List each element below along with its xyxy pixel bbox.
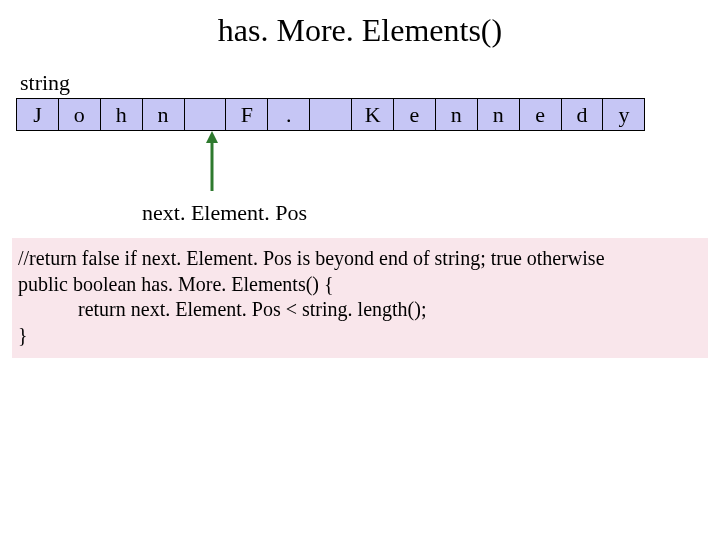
char-array: J o h n F . K e n n e d y bbox=[16, 98, 645, 131]
cell bbox=[184, 98, 227, 131]
svg-marker-1 bbox=[206, 131, 218, 143]
cell: n bbox=[477, 98, 520, 131]
page-title: has. More. Elements() bbox=[0, 0, 720, 57]
cell bbox=[309, 98, 352, 131]
string-label: string bbox=[20, 70, 70, 96]
cell: K bbox=[351, 98, 394, 131]
cell: . bbox=[267, 98, 310, 131]
code-block: //return false if next. Element. Pos is … bbox=[12, 238, 708, 358]
cell: h bbox=[100, 98, 143, 131]
cell: n bbox=[142, 98, 185, 131]
code-line: return next. Element. Pos < string. leng… bbox=[18, 297, 702, 323]
pointer-arrow-icon bbox=[200, 131, 224, 191]
cell: o bbox=[58, 98, 101, 131]
cell: d bbox=[561, 98, 604, 131]
next-element-pos-label: next. Element. Pos bbox=[142, 200, 307, 226]
cell: n bbox=[435, 98, 478, 131]
cell: F bbox=[225, 98, 268, 131]
cell: J bbox=[16, 98, 59, 131]
cell: e bbox=[393, 98, 436, 131]
cell: e bbox=[519, 98, 562, 131]
code-line: public boolean has. More. Elements() { bbox=[18, 272, 702, 298]
code-line: //return false if next. Element. Pos is … bbox=[18, 246, 702, 272]
code-line: } bbox=[18, 323, 702, 349]
cell: y bbox=[602, 98, 645, 131]
